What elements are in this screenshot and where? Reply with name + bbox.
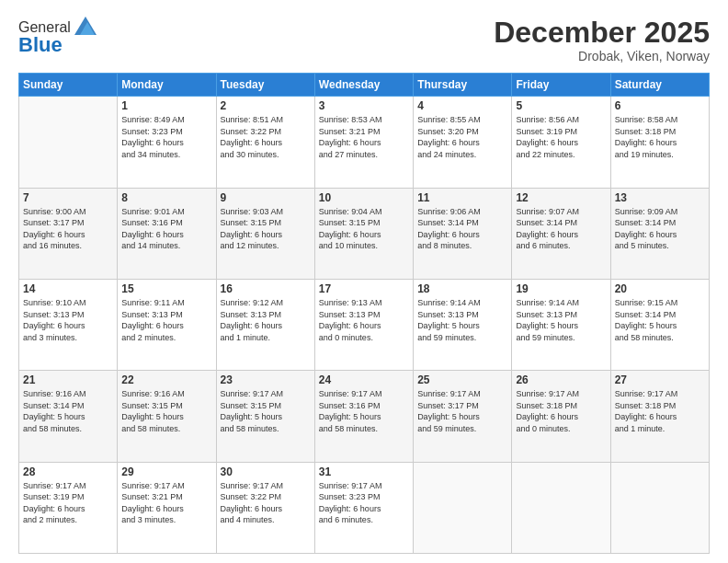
day-number: 28 [23,465,113,478]
weekday-header-friday: Friday [512,74,610,97]
calendar-table: SundayMondayTuesdayWednesdayThursdayFrid… [18,73,710,554]
day-number: 26 [516,373,606,386]
day-number: 3 [319,99,409,112]
day-info: Sunrise: 9:17 AMSunset: 3:15 PMDaylight:… [221,388,311,434]
calendar-cell: 30Sunrise: 9:17 AMSunset: 3:22 PMDayligh… [216,462,314,553]
logo-icon [73,13,98,39]
page: General Blue December 2025 Drobak, Viken… [0,0,728,563]
day-info: Sunrise: 9:07 AMSunset: 3:14 PMDaylight:… [516,206,606,252]
day-info: Sunrise: 9:11 AMSunset: 3:13 PMDaylight:… [121,297,211,343]
day-number: 7 [23,191,113,204]
calendar-cell: 19Sunrise: 9:14 AMSunset: 3:13 PMDayligh… [512,279,610,370]
day-info: Sunrise: 9:04 AMSunset: 3:15 PMDaylight:… [319,206,409,252]
header: General Blue December 2025 Drobak, Viken… [18,17,710,63]
calendar-cell: 25Sunrise: 9:17 AMSunset: 3:17 PMDayligh… [414,371,512,462]
calendar-cell: 16Sunrise: 9:12 AMSunset: 3:13 PMDayligh… [216,279,314,370]
day-info: Sunrise: 9:03 AMSunset: 3:15 PMDaylight:… [221,206,311,252]
day-info: Sunrise: 9:00 AMSunset: 3:17 PMDaylight:… [23,206,113,252]
day-info: Sunrise: 8:53 AMSunset: 3:21 PMDaylight:… [319,114,409,160]
day-number: 4 [417,99,507,112]
weekday-header-tuesday: Tuesday [216,74,314,97]
calendar-cell: 23Sunrise: 9:17 AMSunset: 3:15 PMDayligh… [216,371,314,462]
day-number: 5 [516,99,606,112]
day-number: 15 [121,282,211,295]
week-row-1: 1Sunrise: 8:49 AMSunset: 3:23 PMDaylight… [19,97,710,188]
calendar-cell: 3Sunrise: 8:53 AMSunset: 3:21 PMDaylight… [314,97,413,188]
calendar-cell: 8Sunrise: 9:01 AMSunset: 3:16 PMDaylight… [118,188,216,279]
day-info: Sunrise: 9:15 AMSunset: 3:14 PMDaylight:… [615,297,705,343]
title-block: December 2025 Drobak, Viken, Norway [494,17,710,63]
day-number: 17 [319,282,409,295]
calendar-cell: 4Sunrise: 8:55 AMSunset: 3:20 PMDaylight… [414,97,512,188]
day-info: Sunrise: 9:10 AMSunset: 3:13 PMDaylight:… [23,297,113,343]
calendar-cell: 6Sunrise: 8:58 AMSunset: 3:18 PMDaylight… [610,97,709,188]
calendar-cell: 5Sunrise: 8:56 AMSunset: 3:19 PMDaylight… [512,97,610,188]
calendar-cell [414,462,512,553]
day-number: 11 [417,191,507,204]
day-number: 8 [121,191,211,204]
calendar-cell: 2Sunrise: 8:51 AMSunset: 3:22 PMDaylight… [216,97,314,188]
day-info: Sunrise: 9:17 AMSunset: 3:17 PMDaylight:… [417,388,507,434]
day-number: 24 [319,373,409,386]
week-row-2: 7Sunrise: 9:00 AMSunset: 3:17 PMDaylight… [19,188,710,279]
day-info: Sunrise: 9:17 AMSunset: 3:19 PMDaylight:… [23,480,113,526]
day-info: Sunrise: 8:56 AMSunset: 3:19 PMDaylight:… [516,114,606,160]
weekday-header-thursday: Thursday [414,74,512,97]
calendar-cell: 29Sunrise: 9:17 AMSunset: 3:21 PMDayligh… [118,462,216,553]
calendar-cell: 18Sunrise: 9:14 AMSunset: 3:13 PMDayligh… [414,279,512,370]
calendar-cell: 9Sunrise: 9:03 AMSunset: 3:15 PMDaylight… [216,188,314,279]
location: Drobak, Viken, Norway [494,49,710,63]
day-info: Sunrise: 9:17 AMSunset: 3:23 PMDaylight:… [319,480,409,526]
day-info: Sunrise: 8:58 AMSunset: 3:18 PMDaylight:… [615,114,705,160]
weekday-header-row: SundayMondayTuesdayWednesdayThursdayFrid… [19,74,710,97]
calendar-cell: 1Sunrise: 8:49 AMSunset: 3:23 PMDaylight… [118,97,216,188]
day-number: 6 [615,99,705,112]
calendar-cell: 31Sunrise: 9:17 AMSunset: 3:23 PMDayligh… [314,462,413,553]
calendar-cell: 20Sunrise: 9:15 AMSunset: 3:14 PMDayligh… [610,279,709,370]
day-number: 12 [516,191,606,204]
calendar-cell: 15Sunrise: 9:11 AMSunset: 3:13 PMDayligh… [118,279,216,370]
day-number: 29 [121,465,211,478]
calendar-cell [610,462,709,553]
day-info: Sunrise: 8:55 AMSunset: 3:20 PMDaylight:… [417,114,507,160]
month-title: December 2025 [494,17,710,49]
day-number: 9 [221,191,311,204]
day-info: Sunrise: 9:09 AMSunset: 3:14 PMDaylight:… [615,206,705,252]
week-row-5: 28Sunrise: 9:17 AMSunset: 3:19 PMDayligh… [19,462,710,553]
calendar-cell: 14Sunrise: 9:10 AMSunset: 3:13 PMDayligh… [19,279,118,370]
day-number: 21 [23,373,113,386]
day-number: 30 [221,465,311,478]
day-info: Sunrise: 8:51 AMSunset: 3:22 PMDaylight:… [221,114,311,160]
calendar-cell: 13Sunrise: 9:09 AMSunset: 3:14 PMDayligh… [610,188,709,279]
day-number: 25 [417,373,507,386]
calendar-cell: 7Sunrise: 9:00 AMSunset: 3:17 PMDaylight… [19,188,118,279]
day-info: Sunrise: 8:49 AMSunset: 3:23 PMDaylight:… [121,114,211,160]
calendar-cell [512,462,610,553]
calendar-cell: 24Sunrise: 9:17 AMSunset: 3:16 PMDayligh… [314,371,413,462]
day-info: Sunrise: 9:16 AMSunset: 3:15 PMDaylight:… [121,388,211,434]
day-number: 13 [615,191,705,204]
day-number: 16 [221,282,311,295]
weekday-header-sunday: Sunday [19,74,118,97]
calendar-cell: 27Sunrise: 9:17 AMSunset: 3:18 PMDayligh… [610,371,709,462]
calendar-cell: 11Sunrise: 9:06 AMSunset: 3:14 PMDayligh… [414,188,512,279]
calendar-cell: 21Sunrise: 9:16 AMSunset: 3:14 PMDayligh… [19,371,118,462]
day-number: 18 [417,282,507,295]
day-info: Sunrise: 9:14 AMSunset: 3:13 PMDaylight:… [417,297,507,343]
day-info: Sunrise: 9:12 AMSunset: 3:13 PMDaylight:… [221,297,311,343]
day-number: 31 [319,465,409,478]
day-info: Sunrise: 9:16 AMSunset: 3:14 PMDaylight:… [23,388,113,434]
day-info: Sunrise: 9:06 AMSunset: 3:14 PMDaylight:… [417,206,507,252]
day-info: Sunrise: 9:17 AMSunset: 3:21 PMDaylight:… [121,480,211,526]
day-number: 23 [221,373,311,386]
calendar-cell: 17Sunrise: 9:13 AMSunset: 3:13 PMDayligh… [314,279,413,370]
day-number: 22 [121,373,211,386]
weekday-header-wednesday: Wednesday [314,74,413,97]
calendar-cell [19,97,118,188]
day-info: Sunrise: 9:14 AMSunset: 3:13 PMDaylight:… [516,297,606,343]
calendar-cell: 10Sunrise: 9:04 AMSunset: 3:15 PMDayligh… [314,188,413,279]
day-info: Sunrise: 9:13 AMSunset: 3:13 PMDaylight:… [319,297,409,343]
calendar-cell: 26Sunrise: 9:17 AMSunset: 3:18 PMDayligh… [512,371,610,462]
calendar-cell: 12Sunrise: 9:07 AMSunset: 3:14 PMDayligh… [512,188,610,279]
day-number: 20 [615,282,705,295]
